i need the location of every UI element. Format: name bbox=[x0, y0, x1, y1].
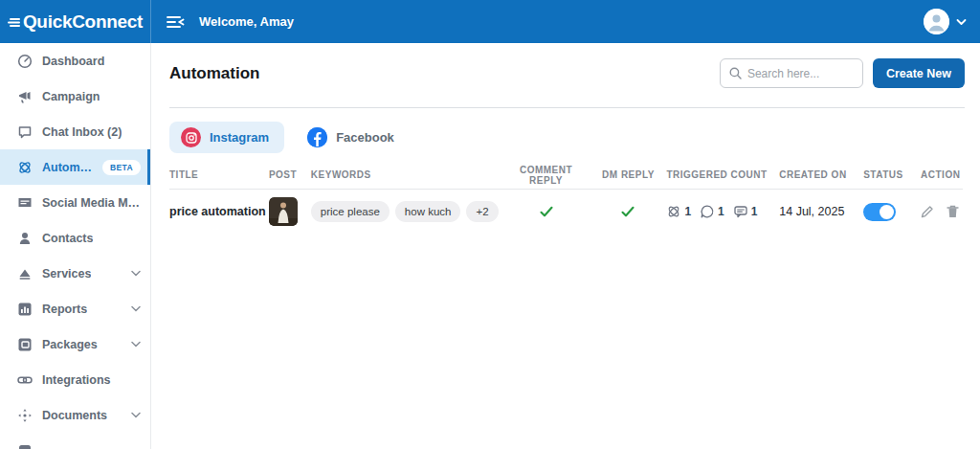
column-header-post: POST bbox=[269, 169, 311, 180]
create-new-button[interactable]: Create New bbox=[873, 58, 965, 88]
instagram-icon bbox=[181, 127, 201, 147]
keyword-pill: price please bbox=[311, 201, 390, 222]
sidebar-item-campaign[interactable]: Campaign bbox=[0, 79, 150, 114]
sidebar-item-services[interactable]: Services bbox=[0, 256, 150, 291]
status-toggle[interactable] bbox=[863, 203, 896, 221]
comment-bubble-icon bbox=[733, 204, 748, 219]
facebook-icon bbox=[307, 127, 327, 147]
column-header-title: TITLE bbox=[169, 169, 269, 180]
header-divider bbox=[169, 107, 965, 108]
platform-tabs: Instagram Facebook bbox=[169, 122, 980, 153]
delete-trash-icon[interactable] bbox=[947, 205, 959, 218]
documents-icon bbox=[17, 408, 33, 423]
sidebar-item-label: Dashboard bbox=[42, 55, 104, 68]
logo-text: QuickConnect bbox=[23, 11, 143, 33]
partial-icon bbox=[17, 443, 33, 449]
automation-icon bbox=[17, 160, 33, 175]
column-header-created-on: CREATED ON bbox=[779, 169, 863, 180]
comment-trigger-count: 1 bbox=[751, 205, 758, 218]
keyword-more-pill[interactable]: +2 bbox=[466, 201, 498, 222]
sidebar-item-label: Reports bbox=[42, 303, 87, 316]
table-header-row: TITLE POST KEYWORDS COMMENT REPLY DM REP… bbox=[169, 161, 963, 190]
chat-inbox-icon bbox=[17, 124, 33, 140]
social-media-manager-icon bbox=[17, 195, 33, 211]
tab-label: Instagram bbox=[210, 130, 269, 145]
main-content: Automation Create New Instagram Facebook bbox=[152, 43, 980, 449]
tab-instagram[interactable]: Instagram bbox=[169, 122, 284, 153]
user-avatar[interactable] bbox=[924, 9, 949, 34]
welcome-text: Welcome, Amay bbox=[199, 14, 294, 29]
sidebar-item-contacts[interactable]: Contacts bbox=[0, 220, 150, 256]
sidebar-item-label: Chat Inbox (2) bbox=[42, 125, 122, 139]
tab-facebook[interactable]: Facebook bbox=[296, 122, 410, 153]
sidebar-item-automation[interactable]: Automation BETA bbox=[0, 149, 150, 185]
search-input[interactable] bbox=[747, 67, 854, 80]
post-thumbnail[interactable] bbox=[269, 197, 311, 226]
contacts-icon bbox=[17, 231, 33, 246]
automation-trigger-icon bbox=[666, 204, 681, 219]
collapse-sidebar-icon[interactable] bbox=[167, 14, 186, 30]
sidebar-item-label: Contacts bbox=[42, 232, 93, 245]
column-header-dm-reply: DM REPLY bbox=[590, 169, 666, 180]
sidebar-item-label: Services bbox=[42, 267, 91, 281]
created-on-date: 14 Jul, 2025 bbox=[779, 205, 863, 218]
sidebar-item-label: Documents bbox=[42, 409, 107, 422]
toggle-knob bbox=[880, 205, 894, 219]
sidebar-item-social-media-manager[interactable]: Social Media Manager bbox=[0, 185, 150, 220]
search-icon bbox=[729, 67, 742, 79]
packages-icon bbox=[17, 337, 33, 352]
dm-reply-check-icon bbox=[620, 204, 635, 219]
dashboard-icon bbox=[17, 54, 33, 69]
app-logo[interactable]: QuickConnect bbox=[0, 0, 151, 43]
column-header-keywords: KEYWORDS bbox=[311, 169, 502, 180]
keyword-pill: how kuch bbox=[395, 201, 461, 222]
sidebar-item-documents[interactable]: Documents bbox=[0, 397, 150, 433]
beta-badge: BETA bbox=[102, 160, 141, 175]
sidebar-item-dashboard[interactable]: Dashboard bbox=[0, 43, 150, 79]
user-menu-chevron-icon[interactable] bbox=[956, 18, 967, 26]
column-header-comment-reply: COMMENT REPLY bbox=[502, 165, 590, 186]
tab-label: Facebook bbox=[336, 130, 394, 145]
chevron-down-icon bbox=[131, 341, 141, 348]
sidebar-item-packages[interactable]: Packages bbox=[0, 326, 150, 362]
comment-reply-check-icon bbox=[539, 204, 554, 219]
sidebar: Dashboard Campaign Chat Inbox (2) Automa… bbox=[0, 43, 151, 449]
keywords-list: price please how kuch +2 bbox=[311, 201, 502, 222]
chevron-down-icon bbox=[131, 305, 141, 312]
search-box bbox=[720, 58, 863, 88]
column-header-triggered-count: TRIGGERED COUNT bbox=[666, 169, 779, 180]
sidebar-item-label: Integrations bbox=[42, 373, 111, 387]
table-row: price automation price please how kuch +… bbox=[169, 190, 963, 234]
sidebar-item-integrations[interactable]: Integrations bbox=[0, 362, 150, 397]
sidebar-item-label: Social Media Manager bbox=[42, 196, 141, 210]
triggered-counts: 1 1 1 bbox=[666, 204, 779, 219]
sidebar-item-label: Packages bbox=[42, 338, 98, 351]
chevron-down-icon bbox=[131, 412, 141, 418]
sidebar-item-reports[interactable]: Reports bbox=[0, 291, 150, 326]
column-header-status: STATUS bbox=[863, 169, 921, 180]
automation-trigger-count: 1 bbox=[684, 205, 691, 218]
sidebar-item-chat-inbox[interactable]: Chat Inbox (2) bbox=[0, 114, 150, 149]
page-title: Automation bbox=[169, 64, 259, 83]
logo-speed-lines-icon bbox=[8, 14, 20, 30]
sidebar-item-label: Automation bbox=[42, 161, 93, 174]
sidebar-item-partial[interactable] bbox=[0, 433, 150, 449]
chevron-down-icon bbox=[131, 270, 141, 277]
dm-bubble-icon bbox=[700, 204, 715, 219]
reports-icon bbox=[17, 302, 33, 317]
integrations-icon bbox=[17, 372, 33, 388]
topbar: Welcome, Amay bbox=[151, 0, 980, 43]
edit-pencil-icon[interactable] bbox=[921, 205, 934, 218]
row-title: price automation bbox=[169, 205, 269, 218]
sidebar-item-label: Campaign bbox=[42, 90, 100, 103]
automation-table: TITLE POST KEYWORDS COMMENT REPLY DM REP… bbox=[169, 161, 963, 234]
campaign-icon bbox=[17, 89, 33, 104]
dm-trigger-count: 1 bbox=[718, 205, 724, 218]
services-icon bbox=[17, 266, 33, 281]
column-header-action: ACTION bbox=[921, 169, 963, 180]
